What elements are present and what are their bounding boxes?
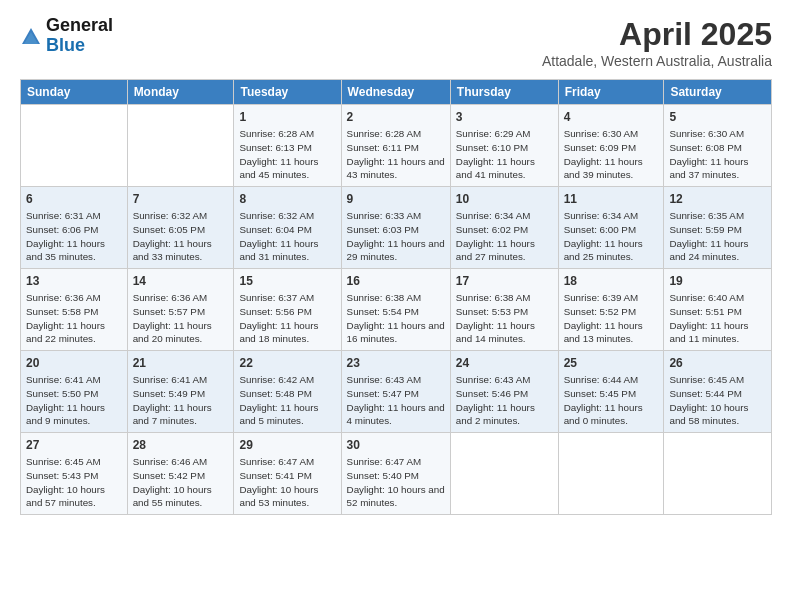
- day-info: Sunrise: 6:47 AMSunset: 5:41 PMDaylight:…: [239, 455, 335, 510]
- day-number: 7: [133, 191, 229, 207]
- day-info: Sunrise: 6:32 AMSunset: 6:04 PMDaylight:…: [239, 209, 335, 264]
- day-info: Sunrise: 6:42 AMSunset: 5:48 PMDaylight:…: [239, 373, 335, 428]
- calendar-cell: 16Sunrise: 6:38 AMSunset: 5:54 PMDayligh…: [341, 269, 450, 351]
- calendar-cell: 6Sunrise: 6:31 AMSunset: 6:06 PMDaylight…: [21, 187, 128, 269]
- day-info: Sunrise: 6:43 AMSunset: 5:46 PMDaylight:…: [456, 373, 553, 428]
- day-number: 26: [669, 355, 766, 371]
- day-number: 8: [239, 191, 335, 207]
- calendar-cell: 25Sunrise: 6:44 AMSunset: 5:45 PMDayligh…: [558, 351, 664, 433]
- calendar-cell: 19Sunrise: 6:40 AMSunset: 5:51 PMDayligh…: [664, 269, 772, 351]
- day-number: 9: [347, 191, 445, 207]
- day-number: 22: [239, 355, 335, 371]
- calendar-cell: 8Sunrise: 6:32 AMSunset: 6:04 PMDaylight…: [234, 187, 341, 269]
- day-info: Sunrise: 6:45 AMSunset: 5:44 PMDaylight:…: [669, 373, 766, 428]
- day-info: Sunrise: 6:46 AMSunset: 5:42 PMDaylight:…: [133, 455, 229, 510]
- day-info: Sunrise: 6:39 AMSunset: 5:52 PMDaylight:…: [564, 291, 659, 346]
- day-number: 10: [456, 191, 553, 207]
- calendar-cell: 22Sunrise: 6:42 AMSunset: 5:48 PMDayligh…: [234, 351, 341, 433]
- day-info: Sunrise: 6:41 AMSunset: 5:49 PMDaylight:…: [133, 373, 229, 428]
- day-info: Sunrise: 6:37 AMSunset: 5:56 PMDaylight:…: [239, 291, 335, 346]
- day-info: Sunrise: 6:38 AMSunset: 5:53 PMDaylight:…: [456, 291, 553, 346]
- day-info: Sunrise: 6:41 AMSunset: 5:50 PMDaylight:…: [26, 373, 122, 428]
- day-number: 3: [456, 109, 553, 125]
- day-number: 16: [347, 273, 445, 289]
- day-number: 2: [347, 109, 445, 125]
- weekday-header-saturday: Saturday: [664, 80, 772, 105]
- week-row-3: 13Sunrise: 6:36 AMSunset: 5:58 PMDayligh…: [21, 269, 772, 351]
- day-number: 18: [564, 273, 659, 289]
- day-number: 29: [239, 437, 335, 453]
- calendar-cell: 23Sunrise: 6:43 AMSunset: 5:47 PMDayligh…: [341, 351, 450, 433]
- calendar-cell: [21, 105, 128, 187]
- calendar-cell: 14Sunrise: 6:36 AMSunset: 5:57 PMDayligh…: [127, 269, 234, 351]
- weekday-header-row: SundayMondayTuesdayWednesdayThursdayFrid…: [21, 80, 772, 105]
- calendar-cell: 13Sunrise: 6:36 AMSunset: 5:58 PMDayligh…: [21, 269, 128, 351]
- calendar-cell: 11Sunrise: 6:34 AMSunset: 6:00 PMDayligh…: [558, 187, 664, 269]
- calendar-cell: 4Sunrise: 6:30 AMSunset: 6:09 PMDaylight…: [558, 105, 664, 187]
- calendar-cell: 12Sunrise: 6:35 AMSunset: 5:59 PMDayligh…: [664, 187, 772, 269]
- calendar-cell: [558, 433, 664, 515]
- day-number: 25: [564, 355, 659, 371]
- day-info: Sunrise: 6:32 AMSunset: 6:05 PMDaylight:…: [133, 209, 229, 264]
- day-number: 21: [133, 355, 229, 371]
- calendar-cell: 26Sunrise: 6:45 AMSunset: 5:44 PMDayligh…: [664, 351, 772, 433]
- day-number: 23: [347, 355, 445, 371]
- weekday-header-monday: Monday: [127, 80, 234, 105]
- calendar-cell: 17Sunrise: 6:38 AMSunset: 5:53 PMDayligh…: [450, 269, 558, 351]
- calendar-cell: 3Sunrise: 6:29 AMSunset: 6:10 PMDaylight…: [450, 105, 558, 187]
- day-number: 12: [669, 191, 766, 207]
- weekday-header-tuesday: Tuesday: [234, 80, 341, 105]
- week-row-1: 1Sunrise: 6:28 AMSunset: 6:13 PMDaylight…: [21, 105, 772, 187]
- day-info: Sunrise: 6:30 AMSunset: 6:08 PMDaylight:…: [669, 127, 766, 182]
- calendar-cell: [664, 433, 772, 515]
- day-number: 13: [26, 273, 122, 289]
- weekday-header-sunday: Sunday: [21, 80, 128, 105]
- calendar-cell: 1Sunrise: 6:28 AMSunset: 6:13 PMDaylight…: [234, 105, 341, 187]
- calendar-cell: 15Sunrise: 6:37 AMSunset: 5:56 PMDayligh…: [234, 269, 341, 351]
- week-row-4: 20Sunrise: 6:41 AMSunset: 5:50 PMDayligh…: [21, 351, 772, 433]
- day-info: Sunrise: 6:34 AMSunset: 6:00 PMDaylight:…: [564, 209, 659, 264]
- day-info: Sunrise: 6:40 AMSunset: 5:51 PMDaylight:…: [669, 291, 766, 346]
- day-number: 17: [456, 273, 553, 289]
- logo: General Blue: [20, 16, 113, 56]
- calendar-cell: 10Sunrise: 6:34 AMSunset: 6:02 PMDayligh…: [450, 187, 558, 269]
- day-info: Sunrise: 6:31 AMSunset: 6:06 PMDaylight:…: [26, 209, 122, 264]
- day-info: Sunrise: 6:36 AMSunset: 5:58 PMDaylight:…: [26, 291, 122, 346]
- calendar-cell: 28Sunrise: 6:46 AMSunset: 5:42 PMDayligh…: [127, 433, 234, 515]
- day-info: Sunrise: 6:35 AMSunset: 5:59 PMDaylight:…: [669, 209, 766, 264]
- day-info: Sunrise: 6:44 AMSunset: 5:45 PMDaylight:…: [564, 373, 659, 428]
- day-info: Sunrise: 6:30 AMSunset: 6:09 PMDaylight:…: [564, 127, 659, 182]
- calendar-cell: 20Sunrise: 6:41 AMSunset: 5:50 PMDayligh…: [21, 351, 128, 433]
- calendar-cell: 21Sunrise: 6:41 AMSunset: 5:49 PMDayligh…: [127, 351, 234, 433]
- day-number: 6: [26, 191, 122, 207]
- calendar-cell: [450, 433, 558, 515]
- day-number: 5: [669, 109, 766, 125]
- calendar-cell: 2Sunrise: 6:28 AMSunset: 6:11 PMDaylight…: [341, 105, 450, 187]
- day-number: 11: [564, 191, 659, 207]
- logo-blue: Blue: [46, 36, 113, 56]
- day-number: 1: [239, 109, 335, 125]
- day-info: Sunrise: 6:38 AMSunset: 5:54 PMDaylight:…: [347, 291, 445, 346]
- location: Attadale, Western Australia, Australia: [542, 53, 772, 69]
- day-number: 24: [456, 355, 553, 371]
- logo-general: General: [46, 16, 113, 36]
- day-info: Sunrise: 6:28 AMSunset: 6:11 PMDaylight:…: [347, 127, 445, 182]
- day-info: Sunrise: 6:36 AMSunset: 5:57 PMDaylight:…: [133, 291, 229, 346]
- day-number: 20: [26, 355, 122, 371]
- calendar-cell: 9Sunrise: 6:33 AMSunset: 6:03 PMDaylight…: [341, 187, 450, 269]
- title-block: April 2025 Attadale, Western Australia, …: [542, 16, 772, 69]
- day-number: 30: [347, 437, 445, 453]
- calendar-cell: 29Sunrise: 6:47 AMSunset: 5:41 PMDayligh…: [234, 433, 341, 515]
- day-number: 28: [133, 437, 229, 453]
- calendar-cell: [127, 105, 234, 187]
- day-info: Sunrise: 6:28 AMSunset: 6:13 PMDaylight:…: [239, 127, 335, 182]
- day-info: Sunrise: 6:34 AMSunset: 6:02 PMDaylight:…: [456, 209, 553, 264]
- day-info: Sunrise: 6:43 AMSunset: 5:47 PMDaylight:…: [347, 373, 445, 428]
- calendar-cell: 24Sunrise: 6:43 AMSunset: 5:46 PMDayligh…: [450, 351, 558, 433]
- weekday-header-thursday: Thursday: [450, 80, 558, 105]
- day-number: 4: [564, 109, 659, 125]
- day-number: 27: [26, 437, 122, 453]
- month-title: April 2025: [542, 16, 772, 53]
- calendar-cell: 5Sunrise: 6:30 AMSunset: 6:08 PMDaylight…: [664, 105, 772, 187]
- day-info: Sunrise: 6:47 AMSunset: 5:40 PMDaylight:…: [347, 455, 445, 510]
